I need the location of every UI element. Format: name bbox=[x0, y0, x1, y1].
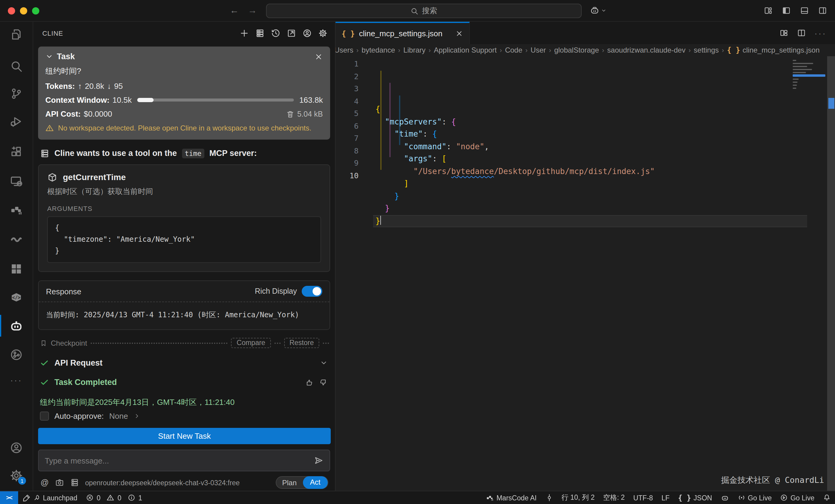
open-in-editor-icon[interactable] bbox=[287, 28, 296, 38]
mention-icon[interactable]: @ bbox=[41, 478, 49, 487]
mcp-rack-icon[interactable] bbox=[70, 478, 79, 487]
settings-icon[interactable] bbox=[318, 28, 328, 38]
command-center-search[interactable]: 搜索 bbox=[266, 4, 582, 18]
send-icon[interactable] bbox=[314, 456, 324, 465]
code-line[interactable]: } bbox=[373, 190, 807, 203]
rich-display-label: Rich Display bbox=[255, 287, 297, 295]
thumbs-down-icon[interactable] bbox=[319, 378, 328, 386]
code-line[interactable]: ] bbox=[373, 178, 807, 190]
accounts-icon[interactable] bbox=[10, 441, 23, 455]
rich-display-toggle[interactable] bbox=[302, 286, 322, 297]
code-box-extension-icon[interactable]: </> bbox=[10, 291, 23, 304]
breadcrumb-item[interactable]: Code bbox=[505, 46, 522, 55]
breadcrumb-item[interactable]: Library bbox=[403, 46, 425, 55]
start-new-task-button[interactable]: Start New Task bbox=[38, 428, 331, 444]
history-forward-icon[interactable]: → bbox=[248, 5, 257, 15]
close-tab-icon[interactable] bbox=[455, 29, 463, 38]
copilot-menu-button[interactable] bbox=[590, 5, 607, 16]
code-line[interactable]: "mcpServers": { bbox=[373, 116, 807, 128]
zoom-window-button[interactable] bbox=[32, 7, 39, 15]
launchpad-item[interactable]: Launchpad bbox=[18, 491, 82, 504]
cursor-position-item[interactable]: 行 10, 列 2 bbox=[557, 491, 599, 504]
new-task-icon[interactable] bbox=[240, 28, 249, 38]
message-input[interactable] bbox=[45, 456, 309, 465]
extensions-icon[interactable] bbox=[10, 145, 23, 158]
remote-indicator[interactable]: >< bbox=[0, 491, 18, 504]
code-line[interactable]: } bbox=[373, 215, 807, 227]
api-request-row[interactable]: API Request bbox=[40, 358, 328, 368]
toggle-primary-sidebar-icon[interactable] bbox=[782, 6, 791, 15]
plan-mode-button[interactable]: Plan bbox=[276, 478, 303, 487]
minimap[interactable] bbox=[793, 60, 825, 89]
breadcrumb-item[interactable]: settings bbox=[694, 46, 719, 55]
tab-cline-mcp-settings[interactable]: { } cline_mcp_settings.json bbox=[335, 22, 470, 44]
chevron-down-icon[interactable] bbox=[320, 359, 328, 367]
restore-button[interactable]: Restore bbox=[284, 338, 319, 348]
split-editor-icon[interactable] bbox=[797, 28, 806, 38]
run-debug-icon[interactable] bbox=[10, 115, 23, 128]
auto-approve-row[interactable]: Auto-approve: None bbox=[40, 412, 328, 421]
compare-button[interactable]: Compare bbox=[231, 338, 271, 348]
history-icon[interactable] bbox=[271, 28, 281, 38]
account-icon[interactable] bbox=[302, 28, 312, 38]
copilot-status-item[interactable] bbox=[716, 491, 733, 504]
breadcrumb-item[interactable]: Application Support bbox=[434, 46, 497, 55]
code-line[interactable]: "args": [ bbox=[373, 153, 807, 165]
code-line[interactable]: "command": "node", bbox=[373, 141, 807, 153]
more-views-icon[interactable]: ··· bbox=[10, 375, 22, 385]
code-line[interactable]: "time": { bbox=[373, 128, 807, 141]
tokens-down-value: 95 bbox=[114, 82, 123, 91]
go-live-play-item[interactable]: Go Live bbox=[776, 491, 819, 504]
remote-explorer-icon[interactable] bbox=[10, 175, 23, 188]
indentation-item[interactable]: 空格: 2 bbox=[599, 491, 629, 504]
code-line[interactable]: "/Users/bytedance/Desktop/github/mcp/dis… bbox=[373, 165, 807, 178]
grid-extension-icon[interactable] bbox=[10, 262, 23, 276]
task-collapse-icon[interactable] bbox=[45, 52, 53, 60]
breadcrumb-item[interactable]: bytedance bbox=[362, 46, 395, 55]
go-live-broadcast-item[interactable]: Go Live bbox=[733, 491, 776, 504]
toggle-secondary-sidebar-icon[interactable] bbox=[818, 6, 827, 15]
breadcrumb-item[interactable]: globalStorage bbox=[554, 46, 599, 55]
breadcrumb-item[interactable]: saoudrizwan.claude-dev bbox=[607, 46, 686, 55]
code-lines[interactable]: { "mcpServers": { "time": { "command": "… bbox=[373, 58, 807, 227]
problems-item[interactable]: 0 0 1 bbox=[82, 491, 146, 504]
toggle-panel-icon[interactable] bbox=[800, 6, 809, 15]
marscode-icon bbox=[486, 494, 494, 502]
encoding-item[interactable]: UTF-8 bbox=[629, 491, 657, 504]
minimize-window-button[interactable] bbox=[20, 7, 27, 15]
model-name[interactable]: openrouter:deepseek/deepseek-chat-v3-032… bbox=[85, 479, 269, 486]
share-graph-extension-icon[interactable] bbox=[10, 348, 23, 361]
camera-icon[interactable] bbox=[55, 478, 64, 487]
marscode-sidebar-icon[interactable] bbox=[10, 203, 23, 216]
cline-sidebar-icon[interactable] bbox=[9, 319, 23, 333]
thumbs-up-icon[interactable] bbox=[305, 378, 313, 386]
breadcrumb-item[interactable]: Users bbox=[335, 46, 353, 55]
wave-extension-icon[interactable] bbox=[10, 232, 23, 245]
more-actions-icon[interactable]: ··· bbox=[814, 28, 827, 38]
eol-item[interactable]: LF bbox=[657, 491, 674, 504]
marscode-status-item[interactable]: MarsCode AI bbox=[482, 491, 541, 504]
notifications-item[interactable] bbox=[819, 491, 835, 504]
code-line[interactable]: { bbox=[373, 103, 807, 116]
open-changes-icon[interactable] bbox=[779, 28, 789, 38]
close-task-icon[interactable] bbox=[314, 52, 323, 61]
auto-approve-checkbox[interactable] bbox=[40, 412, 49, 421]
explorer-icon[interactable] bbox=[10, 28, 23, 41]
warning-count: 0 bbox=[118, 494, 122, 501]
source-control-icon[interactable] bbox=[10, 87, 23, 100]
settings-gear-icon[interactable]: 1 bbox=[10, 469, 23, 482]
act-mode-button[interactable]: Act bbox=[303, 476, 328, 489]
breadcrumb-item[interactable]: { }cline_mcp_settings.json bbox=[727, 46, 820, 55]
scrollbar[interactable] bbox=[827, 56, 835, 491]
code-area[interactable]: 12345678910 { "mcpServers": { "time": { … bbox=[335, 56, 835, 491]
history-back-icon[interactable]: ← bbox=[230, 5, 239, 15]
close-window-button[interactable] bbox=[8, 7, 15, 15]
search-sidebar-icon[interactable] bbox=[10, 60, 23, 73]
code-line[interactable]: } bbox=[373, 203, 807, 215]
ports-item[interactable] bbox=[541, 491, 557, 504]
delete-task-icon[interactable] bbox=[286, 110, 294, 118]
language-mode-item[interactable]: { } JSON bbox=[674, 491, 716, 504]
breadcrumb-item[interactable]: User bbox=[531, 46, 546, 55]
customize-layout-icon[interactable] bbox=[763, 6, 773, 15]
mcp-servers-icon[interactable] bbox=[255, 28, 265, 38]
